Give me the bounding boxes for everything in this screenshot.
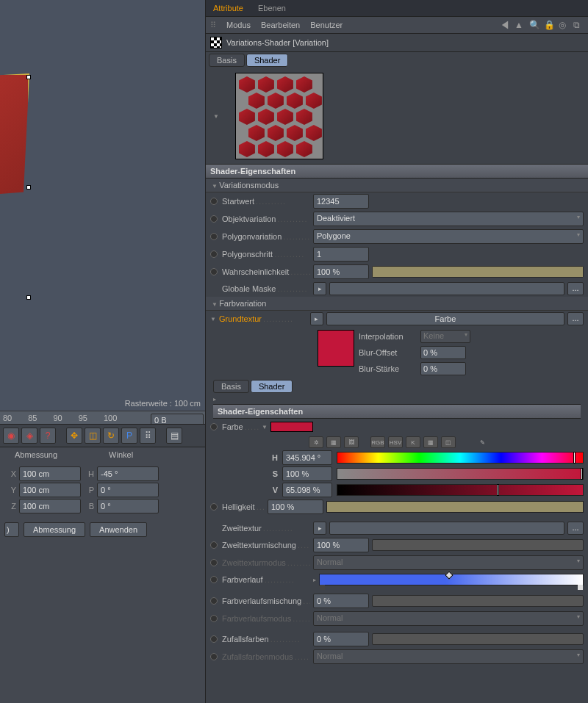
- wahrscheinlichkeit-field[interactable]: [313, 264, 369, 279]
- hsv-button[interactable]: HSV: [388, 436, 403, 448]
- selection-handle[interactable]: [26, 185, 31, 190]
- grundtextur-options-button[interactable]: ...: [567, 312, 584, 325]
- wahrscheinlichkeit-slider[interactable]: [372, 266, 584, 278]
- val-field[interactable]: [282, 483, 332, 497]
- helligkeit-field[interactable]: [268, 500, 323, 514]
- group-farbvariation[interactable]: Farbvariation: [206, 297, 588, 311]
- grundtextur-arrow-button[interactable]: ▸: [310, 312, 323, 325]
- polygonschritt-field[interactable]: [313, 247, 369, 262]
- rotate-tool-icon[interactable]: ↻: [103, 428, 119, 444]
- expand-toggle[interactable]: ▸: [313, 577, 316, 583]
- blur-offset-field[interactable]: [420, 346, 466, 359]
- hue-slider[interactable]: [337, 452, 584, 464]
- layout-icon[interactable]: ▤: [166, 428, 182, 444]
- apply-button[interactable]: Anwenden: [90, 522, 147, 537]
- tab-ebenen[interactable]: Ebenen: [251, 0, 293, 16]
- eyedropper-icon[interactable]: ✎: [475, 436, 490, 448]
- grundtextur-farbe-button[interactable]: Farbe: [326, 312, 564, 325]
- inner-subtab-shader[interactable]: Shader: [251, 380, 293, 393]
- anim-dot[interactable]: [210, 597, 218, 605]
- tab-attribute[interactable]: Attribute: [206, 0, 251, 16]
- grundtextur-swatch[interactable]: [318, 330, 354, 367]
- farbe-swatch[interactable]: [270, 422, 313, 432]
- p-field[interactable]: [97, 483, 159, 497]
- menu-bearbeiten[interactable]: Bearbeiten: [261, 21, 300, 29]
- mode-dropdown-left[interactable]: ): [4, 522, 19, 537]
- anim-dot[interactable]: [210, 615, 218, 622]
- blur-staerke-field[interactable]: [420, 362, 466, 375]
- maske-arrow-button[interactable]: ▸: [313, 282, 326, 295]
- anim-dot[interactable]: [210, 268, 218, 275]
- param-tool-icon[interactable]: P: [121, 428, 137, 444]
- expand-toggle[interactable]: ▼: [210, 113, 219, 120]
- anim-dot[interactable]: [210, 576, 218, 583]
- autokey-icon[interactable]: ?: [40, 428, 56, 444]
- keyframe-icon[interactable]: ◈: [21, 428, 37, 444]
- helligkeit-slider[interactable]: [326, 501, 584, 513]
- anim-dot[interactable]: [210, 233, 218, 240]
- anim-dot[interactable]: [210, 559, 218, 566]
- pla-tool-icon[interactable]: ⠿: [140, 428, 156, 444]
- back-arrow-icon[interactable]: [500, 20, 510, 30]
- lock-icon[interactable]: 🔒: [544, 20, 554, 30]
- record-icon[interactable]: ◉: [3, 428, 19, 444]
- expand-toggle[interactable]: ▼: [262, 424, 268, 430]
- zufallsfarbenmodus-dropdown[interactable]: Normal: [313, 649, 584, 664]
- inner-subtab-basis[interactable]: Basis: [213, 380, 249, 393]
- anim-dot[interactable]: [210, 635, 218, 643]
- selected-polygon[interactable]: [0, 73, 29, 198]
- maske-texture-slot[interactable]: [329, 282, 564, 295]
- subtab-basis[interactable]: Basis: [209, 54, 245, 67]
- menu-modus[interactable]: Modus: [226, 21, 251, 29]
- anim-dot[interactable]: [210, 653, 218, 660]
- interpolation-dropdown[interactable]: Keine: [420, 330, 470, 343]
- b-field[interactable]: [97, 499, 159, 513]
- gradient-editor[interactable]: [319, 574, 584, 585]
- zufallsfarben-field[interactable]: [313, 632, 369, 646]
- subtab-shader[interactable]: Shader: [246, 54, 288, 67]
- menu-benutzer[interactable]: Benutzer: [310, 21, 343, 29]
- move-tool-icon[interactable]: ✥: [66, 428, 82, 444]
- zweittextur-options-button[interactable]: ...: [567, 522, 584, 535]
- anim-dot[interactable]: [210, 250, 218, 258]
- picture-icon[interactable]: 🖼: [344, 436, 359, 448]
- sat-field[interactable]: [282, 466, 332, 481]
- y-field[interactable]: [19, 483, 81, 497]
- zweittexturmischung-slider[interactable]: [372, 539, 584, 551]
- mixer-icon[interactable]: ◫: [441, 436, 456, 448]
- selection-handle[interactable]: [26, 295, 31, 300]
- shader-preview[interactable]: [235, 73, 323, 159]
- scale-tool-icon[interactable]: ◫: [85, 428, 101, 444]
- k-button[interactable]: K: [406, 436, 420, 448]
- anim-dot[interactable]: [210, 198, 218, 205]
- target-icon[interactable]: ◎: [559, 20, 569, 30]
- maske-options-button[interactable]: ...: [567, 282, 584, 295]
- objektvariation-dropdown[interactable]: Deaktiviert: [313, 212, 584, 226]
- z-field[interactable]: [19, 499, 81, 513]
- farbverlaufsmischung-slider[interactable]: [372, 595, 584, 607]
- h-field[interactable]: [97, 466, 159, 481]
- polygonvariation-dropdown[interactable]: Polygone: [313, 229, 584, 244]
- zufallsfarben-slider[interactable]: [372, 633, 584, 645]
- new-window-icon[interactable]: ⧉: [573, 20, 584, 30]
- farbverlaufsmodus-dropdown[interactable]: Normal: [313, 611, 584, 626]
- hue-field[interactable]: [282, 450, 332, 465]
- farbverlaufsmischung-field[interactable]: [313, 594, 369, 608]
- mode-dropdown[interactable]: Abmessung: [24, 522, 85, 537]
- val-slider[interactable]: [337, 484, 584, 496]
- zweittextur-slot[interactable]: [329, 522, 564, 535]
- startwert-field[interactable]: [313, 194, 369, 209]
- expand-arrow[interactable]: ▸: [206, 394, 588, 404]
- zweittexturmischung-field[interactable]: [313, 538, 369, 552]
- rgb-button[interactable]: RGB: [370, 436, 385, 448]
- sat-slider[interactable]: [337, 468, 584, 480]
- spinner-icon[interactable]: ✲: [309, 436, 323, 448]
- expand-toggle[interactable]: ▼: [210, 316, 216, 322]
- x-field[interactable]: [19, 466, 81, 481]
- anim-dot[interactable]: [210, 541, 218, 549]
- swatches-icon[interactable]: ▦: [423, 436, 438, 448]
- anim-dot[interactable]: [210, 215, 218, 223]
- grayscale-icon[interactable]: ▦: [326, 436, 341, 448]
- zweittextur-arrow-button[interactable]: ▸: [313, 522, 326, 535]
- anim-dot[interactable]: [210, 503, 218, 511]
